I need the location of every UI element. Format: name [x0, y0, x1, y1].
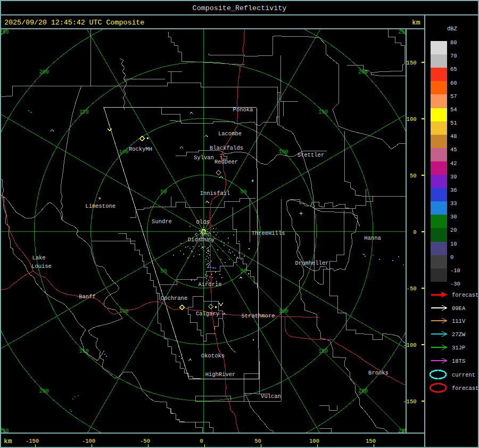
svg-text:-50: -50	[140, 438, 150, 444]
svg-text:-30: -30	[450, 281, 460, 287]
svg-text:forecast: forecast	[452, 385, 478, 392]
svg-text:50: 50	[254, 438, 261, 444]
svg-text:dBZ: dBZ	[447, 26, 457, 32]
svg-text:current: current	[452, 372, 475, 378]
svg-text:150: 150	[366, 438, 376, 444]
svg-text:51: 51	[450, 120, 457, 126]
svg-text:36: 36	[450, 187, 457, 193]
svg-text:50: 50	[410, 173, 417, 179]
svg-text:80: 80	[450, 39, 457, 46]
svg-text:70: 70	[450, 53, 457, 59]
svg-text:45: 45	[450, 146, 457, 153]
svg-text:54: 54	[450, 107, 457, 113]
svg-text:-100: -100	[403, 342, 416, 348]
svg-text:0: 0	[200, 438, 203, 444]
svg-text:42: 42	[450, 160, 457, 167]
svg-text:48: 48	[450, 133, 457, 140]
svg-text:111V: 111V	[452, 318, 466, 324]
svg-text:100: 100	[407, 116, 417, 123]
svg-text:09EA: 09EA	[452, 305, 466, 312]
svg-text:-10: -10	[450, 267, 460, 274]
svg-text:20: 20	[450, 227, 457, 233]
svg-text:0: 0	[413, 229, 416, 235]
svg-text:31JP: 31JP	[452, 345, 465, 351]
svg-text:39: 39	[450, 174, 457, 180]
svg-text:30: 30	[450, 214, 457, 220]
svg-text:0: 0	[450, 254, 453, 260]
svg-text:-50: -50	[407, 286, 417, 292]
svg-text:forecast: forecast	[452, 292, 478, 298]
svg-text:27ZW: 27ZW	[452, 331, 466, 338]
svg-text:65: 65	[450, 66, 457, 72]
svg-text:100: 100	[309, 438, 319, 444]
svg-text:33: 33	[450, 200, 457, 207]
svg-text:-100: -100	[82, 438, 95, 444]
svg-text:18TS: 18TS	[452, 358, 465, 364]
svg-text:57: 57	[450, 93, 457, 100]
svg-text:10: 10	[450, 241, 457, 247]
svg-text:-150: -150	[26, 438, 39, 444]
svg-text:-150: -150	[403, 398, 416, 405]
svg-text:150: 150	[407, 60, 417, 66]
svg-text:60: 60	[450, 80, 457, 86]
